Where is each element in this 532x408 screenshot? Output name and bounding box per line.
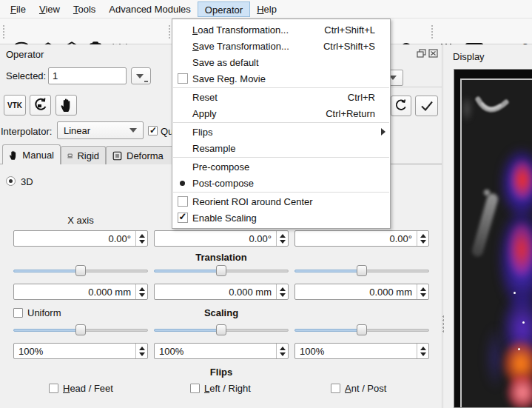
shortcut: Ctrl+R [348, 92, 375, 103]
menu-item-save-transformation[interactable]: Save Transformation... Ctrl+Shift+S [172, 38, 390, 54]
flip-head-feet-checkbox[interactable] [49, 384, 58, 393]
spin-arrows[interactable] [417, 231, 428, 246]
display-viewport[interactable] [454, 69, 532, 408]
slider-handle[interactable] [216, 324, 226, 335]
chevron-down-icon [136, 74, 144, 78]
menu-item-save-reg-movie[interactable]: Save Reg. Movie [172, 70, 390, 87]
slider-handle[interactable] [357, 324, 367, 335]
menu-item-reset[interactable]: Reset Ctrl+R [172, 89, 390, 105]
shortcut: Ctrl+Shift+S [323, 41, 375, 52]
spin-arrows[interactable] [417, 344, 428, 358]
translation-x-slider[interactable] [13, 265, 148, 276]
menu-tools[interactable]: Tools [67, 1, 102, 17]
translation-title: Translation [154, 252, 289, 263]
display-panel: Display [444, 44, 532, 408]
pan-tool-button[interactable] [55, 95, 77, 116]
apply-check-button[interactable] [415, 96, 438, 116]
x-axis-label: X axis [13, 215, 148, 226]
scaling-x-spinbox[interactable]: 100% [13, 343, 148, 359]
spin-arrows[interactable] [135, 344, 147, 358]
unchecked-checkbox-icon [178, 196, 188, 207]
spin-arrows[interactable] [135, 284, 147, 299]
rotation-x-spinbox[interactable]: 0.00° [13, 230, 148, 247]
menu-item-pre-compose[interactable]: Pre-compose [172, 158, 390, 175]
scaling-z-spinbox[interactable]: 100% [294, 343, 429, 359]
flip-head-feet-label: Head / Feet [63, 383, 113, 394]
spin-arrows[interactable] [417, 284, 428, 299]
slider-handle[interactable] [357, 265, 367, 276]
submenu-arrow-icon [381, 128, 385, 136]
uniform-checkbox[interactable] [13, 308, 23, 318]
tab-manual[interactable]: Manual [2, 144, 61, 164]
hand-icon [60, 98, 73, 113]
chevron-down-icon [129, 128, 137, 133]
quick-checkbox[interactable] [148, 126, 158, 136]
menu-separator [173, 192, 389, 193]
flip-ant-post-checkbox[interactable] [331, 384, 340, 393]
toolbar-grip[interactable] [431, 24, 434, 39]
menu-separator [173, 87, 389, 88]
tab-rigid[interactable]: Rigid [61, 146, 106, 164]
menu-item-apply[interactable]: Apply Ctrl+Return [172, 105, 390, 121]
menu-item-save-as-default[interactable]: Save as default [172, 54, 390, 70]
refresh-button[interactable] [391, 96, 411, 116]
pet-torso-hotspot [508, 222, 532, 277]
uniform-label: Uniform [27, 307, 61, 318]
flip-left-right-checkbox[interactable] [190, 384, 200, 393]
spin-arrows[interactable] [276, 231, 288, 246]
menu-view[interactable]: View [33, 1, 67, 17]
interpolator-combobox[interactable]: Linear [57, 121, 144, 139]
checked-checkbox-icon [178, 213, 188, 223]
scan-image[interactable] [460, 78, 532, 408]
ct-smudge [460, 95, 474, 123]
scaling-y-spinbox[interactable]: 100% [154, 343, 289, 359]
translation-x-spinbox[interactable]: 0.000 mm [13, 284, 148, 300]
menu-item-post-compose[interactable]: Post-compose [172, 175, 390, 191]
translation-y-spinbox[interactable]: 0.000 mm [154, 284, 289, 300]
menu-item-flips[interactable]: Flips [172, 124, 390, 140]
translation-z-spinbox[interactable]: 0.000 mm [294, 284, 429, 300]
spin-arrows[interactable] [276, 284, 288, 299]
operator-panel-title: Operator [6, 49, 44, 60]
slider-handle[interactable] [75, 324, 86, 335]
menu-item-enable-scaling[interactable]: Enable Scaling [172, 210, 390, 226]
menu-item-load-transformation[interactable]: Load Transformation... Ctrl+Shift+L [172, 21, 390, 38]
mode-3d-label: 3D [21, 176, 33, 187]
menu-item-reorient-roi[interactable]: Reorient ROI around Center [172, 193, 390, 210]
rotation-z-spinbox[interactable]: 0.00° [294, 230, 429, 247]
deform-grid-icon [112, 151, 122, 161]
refresh-icon [394, 99, 408, 113]
scaling-z-slider[interactable] [294, 324, 429, 335]
scaling-y-slider[interactable] [154, 324, 289, 335]
menu-separator [173, 122, 389, 123]
rotate-tool-button[interactable] [30, 95, 51, 116]
menu-advanced-modules[interactable]: Advanced Modules [102, 1, 198, 17]
selected-input[interactable]: 1 [48, 67, 127, 84]
mode-3d-radio[interactable] [6, 176, 16, 186]
menu-item-resample[interactable]: Resample [172, 140, 390, 156]
application-window: File View Tools Advanced Modules Operato… [0, 0, 532, 408]
translation-y-slider[interactable] [154, 265, 289, 276]
menu-file[interactable]: File [4, 1, 33, 17]
shortcut: Ctrl+Return [326, 108, 375, 119]
selected-dropdown-button[interactable] [131, 67, 151, 84]
spin-arrows[interactable] [276, 344, 288, 358]
vtk-button[interactable]: VTK [4, 95, 26, 116]
menu-help[interactable]: Help [250, 1, 283, 17]
float-panel-icon[interactable] [417, 49, 427, 58]
slider-handle[interactable] [216, 265, 226, 276]
menu-operator[interactable]: Operator [198, 1, 250, 17]
scaling-title: Scaling [154, 307, 289, 318]
tab-deformable[interactable]: Deforma [106, 146, 180, 164]
operator-dropdown-menu: Load Transformation... Ctrl+Shift+L Save… [172, 19, 391, 229]
spin-arrows[interactable] [135, 231, 147, 246]
translation-z-slider[interactable] [294, 265, 429, 276]
scaling-x-slider[interactable] [13, 324, 148, 335]
slider-handle[interactable] [75, 265, 86, 276]
close-panel-icon[interactable] [428, 49, 439, 58]
interpolator-label: Interpolator: [1, 126, 52, 137]
monitor-icon [67, 151, 73, 161]
rotation-y-spinbox[interactable]: 0.00° [154, 230, 289, 247]
menubar: File View Tools Advanced Modules Operato… [0, 0, 532, 19]
toolbar-grip[interactable] [2, 24, 6, 39]
